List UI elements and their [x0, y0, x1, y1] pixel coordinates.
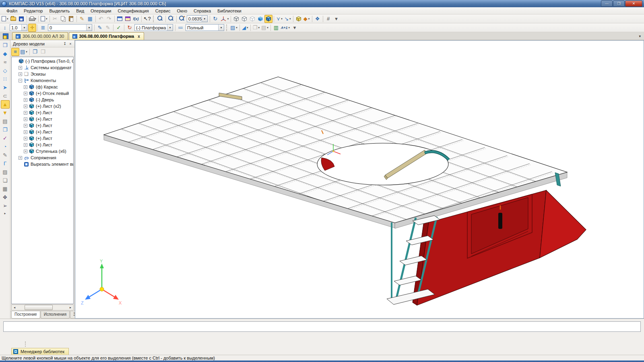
tree-report-button[interactable]: ❐ [31, 48, 39, 56]
scroll-thumb[interactable] [25, 305, 53, 310]
functions-button[interactable]: f(x) [132, 15, 140, 23]
tree-item-9[interactable]: +(+) Лист [12, 116, 73, 122]
display-shaded-edges-button[interactable] [264, 15, 272, 23]
menu-файл[interactable]: Файл [3, 8, 21, 14]
spatial-curves-icon[interactable]: ≈ [1, 58, 10, 66]
layers-button[interactable]: ≣ [39, 24, 47, 32]
verify-icon[interactable]: ✓ [1, 134, 10, 142]
zoom-rect-button[interactable] [156, 15, 164, 23]
pin-icon[interactable]: ↧ [62, 42, 68, 46]
tree-expand-icon[interactable]: + [24, 143, 27, 147]
tree-tab-построение[interactable]: Построение [11, 311, 40, 319]
cut-button[interactable]: ✂ [51, 15, 59, 23]
tree-expand-icon[interactable]: + [24, 130, 27, 134]
clip-objects-button-dropdown-icon[interactable]: ▾ [289, 17, 291, 21]
tree-composition-button[interactable]: ▤▾ [19, 48, 28, 56]
tree-item-6[interactable]: +(-) Дверь [12, 97, 73, 103]
display-hidden-button[interactable] [240, 15, 248, 23]
document-switcher-icon[interactable] [2, 33, 9, 39]
tree-item-12[interactable]: +(+) Лист [12, 135, 73, 142]
frame-help-icon[interactable]: ✥ [1, 193, 10, 202]
tree-structure-button[interactable]: ≡ [11, 48, 19, 56]
tab-close-icon[interactable]: x [137, 34, 140, 39]
menu-справка[interactable]: Справка [190, 8, 214, 14]
refresh-image-button[interactable]: ↻ [211, 15, 219, 23]
menu-окно[interactable]: Окно [173, 8, 190, 14]
tree-item-2[interactable]: +❏Эскизы [12, 71, 73, 77]
document-tab-1[interactable]: 306.00.00.000 АЛ 30 [12, 32, 68, 40]
tree-expand-icon[interactable]: + [24, 92, 27, 95]
new-document-button[interactable]: ▾ [1, 15, 9, 23]
display-shaded-button[interactable] [256, 15, 264, 23]
report-icon[interactable]: ❐ [1, 125, 10, 134]
orientation-button-dropdown-icon[interactable]: ▾ [227, 17, 229, 21]
sketch-setup-button[interactable]: ✎ [104, 24, 112, 32]
display-combo-dropdown-icon[interactable]: ▾ [218, 25, 224, 31]
tree-item-1[interactable]: +Системы координат [12, 64, 73, 71]
step-combo[interactable]: 1.0▾ [10, 24, 27, 31]
open-document-button[interactable] [9, 15, 17, 23]
redo-button[interactable]: ↷ [105, 15, 113, 23]
pointer-help-icon[interactable]: ➢ [1, 202, 10, 210]
spec-objects-button[interactable]: ▥ [272, 24, 280, 32]
close-button[interactable]: ✕ [625, 0, 642, 7]
panel-grip[interactable] [25, 341, 26, 347]
insert-table-button[interactable]: ▦ [86, 15, 94, 23]
tree-item-8[interactable]: +(+) Лист [12, 109, 73, 116]
hatch-help-icon[interactable]: ▨ [1, 168, 10, 176]
stamp-button-dropdown-icon[interactable]: ▾ [267, 26, 268, 29]
tree-expand-icon[interactable]: + [24, 111, 27, 115]
scroll-right-icon[interactable]: ▸ [68, 306, 73, 309]
print-button[interactable]: ▾ [28, 15, 37, 23]
section-hatch-button[interactable]: ▨▾ [229, 24, 238, 32]
tab-overflow-icon[interactable]: ▾ [639, 34, 641, 38]
zoom-pointer-button[interactable]: · [167, 15, 175, 23]
tree-expand-icon[interactable]: − [19, 79, 22, 82]
frame-3d-button[interactable]: # [324, 15, 332, 23]
tree-item-13[interactable]: +(+) Лист [12, 142, 73, 148]
sketch-button[interactable]: ✎ [96, 24, 104, 32]
toolbar2-overflow-button[interactable]: ▾ [291, 24, 299, 32]
rounding-button[interactable]: ✛ [28, 24, 36, 32]
unfold-button-dropdown-icon[interactable]: ▾ [258, 26, 260, 29]
corner-help-icon[interactable]: Γ [1, 159, 10, 168]
tree-item-4[interactable]: +(ф) Каркас [12, 84, 73, 90]
tree-item-7[interactable]: +(+) Лист (x2) [12, 103, 73, 109]
stamp-button[interactable]: ▤▾ [260, 24, 269, 32]
tree-item-11[interactable]: +(+) Лист [12, 129, 73, 135]
section-hatch-button-dropdown-icon[interactable]: ▾ [236, 26, 237, 29]
component-panel-icon[interactable]: ❒ [1, 41, 10, 49]
tree-expand-icon[interactable]: + [19, 156, 22, 160]
auto-dimension-button-dropdown-icon[interactable]: ▾ [289, 26, 290, 29]
library-manager-button[interactable]: Менеджер библиотек [11, 348, 69, 355]
tree-expand-icon[interactable]: + [19, 66, 22, 70]
new-document-button-dropdown-icon[interactable]: ▾ [7, 17, 8, 21]
tree-relations-button[interactable]: ❒ [39, 48, 47, 56]
part-combo-dropdown-icon[interactable]: ▾ [167, 25, 173, 31]
copy-button[interactable] [59, 15, 67, 23]
menu-выделить[interactable]: Выделить [46, 8, 73, 14]
tree-item-14[interactable]: +Ступенька (x6) [12, 148, 73, 154]
tree-item-3[interactable]: −Компоненты [12, 77, 73, 84]
3d-scene[interactable]: Y X Z [75, 41, 644, 319]
zoom-inout-button[interactable]: + [178, 15, 186, 23]
part-combo[interactable]: (-) Платформа (Тел-▾ [134, 24, 173, 31]
unfold-button[interactable]: ❐▾ [252, 24, 260, 32]
surfaces-icon[interactable]: ◇ [1, 66, 10, 75]
paste-button[interactable] [67, 15, 75, 23]
document-tab-2[interactable]: 306.08.00.000 Платформаx [69, 32, 144, 40]
tree-expand-icon[interactable]: + [24, 124, 27, 128]
tree-item-15[interactable]: +Сопряжения [12, 154, 73, 161]
tree-item-5[interactable]: +(+) Отсек левый [12, 90, 73, 97]
tree-expand-icon[interactable]: + [24, 85, 27, 89]
preview-button-dropdown-icon[interactable]: ▾ [46, 17, 47, 21]
display-wireframe-button[interactable] [232, 15, 240, 23]
menu-библиотеки[interactable]: Библиотеки [214, 8, 245, 14]
menu-спецификация[interactable]: Спецификация [115, 8, 152, 14]
hide-objects-button-dropdown-icon[interactable]: ▾ [281, 17, 283, 21]
tree-expand-icon[interactable]: + [24, 105, 27, 108]
maximize-button[interactable]: ❐ [613, 0, 625, 7]
edit-part-icon[interactable]: ◆ [1, 49, 10, 58]
tree-horizontal-scrollbar[interactable]: ◂ ▸ [11, 304, 74, 311]
orientation-button[interactable]: ▾ [219, 15, 230, 23]
